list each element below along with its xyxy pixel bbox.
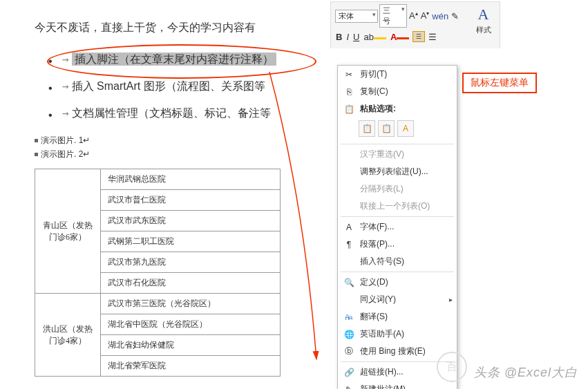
- paste-text-only[interactable]: A: [397, 120, 414, 137]
- menu-new-comment[interactable]: ✎新建批注(M): [338, 381, 457, 389]
- menu-hanzi: 汉字重选(V): [338, 146, 457, 163]
- menu-paste-options: 📋粘贴选项:: [338, 100, 457, 117]
- scissors-icon: ✂: [342, 69, 356, 80]
- font-icon: A: [342, 222, 356, 233]
- styles-icon: A: [467, 6, 500, 23]
- hospital-table: 青山区（发热门诊6家）华润武钢总医院 武汉市普仁医院 武汉市武东医院 武钢第二职…: [35, 169, 281, 377]
- paragraph-icon: ¶: [342, 239, 356, 250]
- menu-insert-symbol[interactable]: 插入符号(S): [338, 253, 457, 270]
- table-row: 青山区（发热门诊6家）华润武钢总医院: [35, 169, 281, 190]
- translate-icon: 🗛: [342, 312, 356, 323]
- decrease-font[interactable]: A▾: [420, 10, 430, 21]
- menu-split-list: 分隔列表(L): [338, 180, 457, 198]
- menu-define[interactable]: 🔍定义(D): [338, 274, 457, 291]
- increase-font[interactable]: A▴: [408, 10, 419, 21]
- paste-icon: 📋: [342, 104, 356, 115]
- italic-button[interactable]: I: [345, 32, 350, 42]
- demo-img-2: 演示图片. 2↵: [35, 149, 553, 160]
- english-icon: 🌐: [342, 329, 356, 340]
- link-icon: 🔗: [342, 367, 356, 378]
- bing-icon: ⓑ: [342, 346, 356, 357]
- paste-option-buttons: 📋 📋 A: [338, 117, 457, 142]
- phonetic-guide[interactable]: wén: [431, 11, 449, 21]
- paste-merge-formatting[interactable]: 📋: [378, 120, 395, 137]
- font-select[interactable]: 宋体: [335, 10, 378, 23]
- numbering-button[interactable]: ☰: [428, 32, 437, 42]
- comment-icon: ✎: [342, 384, 356, 390]
- book-icon: 🔍: [342, 277, 356, 288]
- context-menu: ✂剪切(T) ⎘复制(C) 📋粘贴选项: 📋 📋 A 汉字重选(V) 调整列表缩…: [337, 65, 457, 389]
- font-color-button[interactable]: A: [390, 32, 410, 42]
- underline-button[interactable]: U: [352, 32, 360, 42]
- menu-synonym[interactable]: 同义词(Y): [338, 291, 457, 308]
- demo-img-1: 演示图片. 1↵: [35, 135, 553, 146]
- bullets-button[interactable]: ☰: [412, 31, 425, 42]
- menu-english[interactable]: 🌐英语助手(A): [338, 325, 457, 343]
- table-row: 洪山区（发热门诊4家）武汉市第三医院（光谷院区）: [35, 294, 281, 314]
- menu-font[interactable]: A字体(F)...: [338, 218, 457, 236]
- bullet-docprops: →文档属性管理（文档标题、标记、备注等: [62, 106, 553, 121]
- copy-icon: ⎘: [342, 86, 356, 97]
- format-painter-icon[interactable]: ✎: [451, 11, 459, 21]
- highlight-button[interactable]: ab: [363, 32, 386, 42]
- bullet-footnote: →插入脚注（在文章末尾对内容进行注释）: [62, 53, 553, 67]
- watermark-text: 头条 @Excel大白: [474, 364, 578, 381]
- menu-cut[interactable]: ✂剪切(T): [338, 66, 457, 83]
- menu-link-prev: 联接上一个列表(O): [338, 198, 457, 215]
- styles-pane[interactable]: A 样式: [467, 1, 500, 48]
- paste-keep-formatting[interactable]: 📋: [359, 120, 375, 137]
- menu-translate[interactable]: 🗛翻译(S): [338, 308, 457, 325]
- size-select[interactable]: 三号: [379, 4, 407, 28]
- menu-paragraph[interactable]: ¶段落(P)...: [338, 236, 457, 253]
- annotation-label: 鼠标左键菜单: [462, 73, 537, 93]
- menu-copy[interactable]: ⎘复制(C): [338, 83, 457, 100]
- watermark-logo: 百: [437, 352, 467, 382]
- menu-adjust-list[interactable]: 调整列表缩进(U)...: [338, 163, 457, 180]
- bold-button[interactable]: B: [335, 32, 343, 42]
